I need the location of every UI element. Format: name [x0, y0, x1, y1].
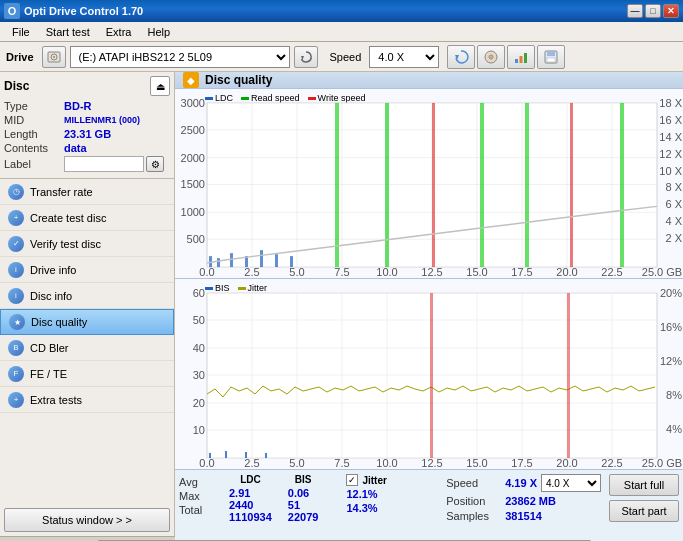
svg-rect-72: [570, 103, 573, 267]
app-icon: O: [4, 3, 20, 19]
drive-icon-btn[interactable]: [42, 46, 66, 68]
disc-icon[interactable]: [477, 45, 505, 69]
speed-select[interactable]: 4.0 X: [369, 46, 439, 68]
disc-label-input[interactable]: [64, 156, 144, 172]
svg-text:12.5: 12.5: [421, 266, 442, 278]
total-ldc-val: 1110934: [229, 511, 272, 523]
nav-verify-test-disc[interactable]: ✓ Verify test disc: [0, 231, 174, 257]
disc-label-btn[interactable]: ⚙: [146, 156, 164, 172]
disc-header-title: Disc: [4, 79, 29, 93]
nav-disc-quality[interactable]: ★ Disc quality: [0, 309, 174, 335]
svg-text:4 X: 4 X: [665, 215, 682, 227]
svg-rect-67: [385, 103, 389, 267]
svg-text:50: 50: [193, 314, 205, 326]
disc-info-icon: i: [8, 288, 24, 304]
disc-contents-row: Contents data: [4, 142, 170, 154]
svg-rect-68: [480, 103, 484, 267]
svg-rect-8: [515, 59, 518, 63]
chart-bottom-svg: 60 50 40 30 20 10 20% 16% 12% 8% 4% 0.0 …: [175, 279, 683, 469]
speed-label: Speed: [446, 477, 501, 489]
nav-items: ◷ Transfer rate + Create test disc ✓ Ver…: [0, 179, 174, 504]
disc-length-value: 23.31 GB: [64, 128, 111, 140]
svg-text:17.5: 17.5: [511, 457, 532, 469]
refresh-icon[interactable]: [447, 45, 475, 69]
drive-refresh-btn[interactable]: [294, 46, 318, 68]
disc-length-row: Length 23.31 GB: [4, 128, 170, 140]
svg-text:20.0: 20.0: [556, 457, 577, 469]
svg-text:12.5: 12.5: [421, 457, 442, 469]
chart-top: LDC Read speed Write speed: [175, 89, 683, 279]
svg-text:10 X: 10 X: [659, 165, 682, 177]
nav-drive-info[interactable]: i Drive info: [0, 257, 174, 283]
svg-rect-12: [547, 51, 555, 56]
avg-jitter-row: 12.1%: [346, 488, 386, 500]
create-test-disc-icon: +: [8, 210, 24, 226]
cd-bler-icon: B: [8, 340, 24, 356]
svg-text:2500: 2500: [181, 124, 205, 136]
minimize-button[interactable]: —: [627, 4, 643, 18]
svg-rect-118: [245, 452, 247, 458]
svg-text:500: 500: [187, 233, 205, 245]
nav-cd-bler[interactable]: B CD Bler: [0, 335, 174, 361]
svg-text:25.0 GB: 25.0 GB: [642, 457, 682, 469]
menu-extra[interactable]: Extra: [98, 24, 140, 40]
chart-top-svg: 3000 2500 2000 1500 1000 500 18 X 16 X 1…: [175, 89, 683, 278]
save-icon[interactable]: [537, 45, 565, 69]
nav-disc-info[interactable]: i Disc info: [0, 283, 174, 309]
max-jitter-val: 14.3%: [346, 502, 377, 514]
menu-start-test[interactable]: Start test: [38, 24, 98, 40]
stats-avg-row: Avg: [179, 476, 209, 488]
position-val: 23862 MB: [505, 495, 556, 507]
stats-area: Avg Max Total LDC: [175, 469, 683, 541]
svg-text:5.0: 5.0: [289, 457, 304, 469]
jitter-checkbox[interactable]: ✓: [346, 474, 358, 486]
drive-select[interactable]: (E:) ATAPI iHBS212 2 5L09: [70, 46, 290, 68]
chart-bottom: BIS Jitter: [175, 279, 683, 469]
nav-extra-tests[interactable]: + Extra tests: [0, 387, 174, 413]
start-part-button[interactable]: Start part: [609, 500, 679, 522]
speed-select2[interactable]: 4.0 X: [541, 474, 601, 492]
window-controls: — □ ✕: [627, 4, 679, 18]
disc-contents-label: Contents: [4, 142, 64, 154]
samples-row: Samples 381514: [446, 510, 601, 522]
disc-eject-icon[interactable]: ⏏: [150, 76, 170, 96]
svg-rect-10: [524, 53, 527, 63]
close-button[interactable]: ✕: [663, 4, 679, 18]
nav-transfer-rate[interactable]: ◷ Transfer rate: [0, 179, 174, 205]
drive-label: Drive: [6, 51, 34, 63]
svg-text:3000: 3000: [181, 97, 205, 109]
speed-label: Speed: [330, 51, 362, 63]
svg-text:10.0: 10.0: [376, 266, 397, 278]
verify-test-disc-icon: ✓: [8, 236, 24, 252]
stats-jitter-col: ✓ Jitter 12.1% 14.3%: [346, 474, 386, 541]
samples-val: 381514: [505, 510, 542, 522]
svg-text:2.5: 2.5: [244, 266, 259, 278]
menu-help[interactable]: Help: [139, 24, 178, 40]
left-panel: Disc ⏏ Type BD-R MID MILLENMR1 (000) Len…: [0, 72, 175, 536]
svg-text:25.0 GB: 25.0 GB: [642, 266, 682, 278]
svg-rect-63: [260, 250, 263, 267]
svg-rect-66: [335, 103, 339, 267]
disc-quality-icon: ★: [9, 314, 25, 330]
svg-text:10: 10: [193, 424, 205, 436]
svg-rect-115: [567, 293, 570, 458]
menu-file[interactable]: File: [4, 24, 38, 40]
disc-mid-value: MILLENMR1 (000): [64, 115, 140, 125]
start-full-button[interactable]: Start full: [609, 474, 679, 496]
disc-label-row: Label ⚙: [4, 156, 170, 172]
svg-text:2.5: 2.5: [244, 457, 259, 469]
chart-title: Disc quality: [205, 73, 272, 87]
svg-text:7.5: 7.5: [334, 457, 349, 469]
max-ldc-row: 2440: [229, 499, 272, 511]
svg-text:4%: 4%: [666, 423, 682, 435]
drive-info-icon: i: [8, 262, 24, 278]
nav-create-test-disc[interactable]: + Create test disc: [0, 205, 174, 231]
chart-icon[interactable]: [507, 45, 535, 69]
svg-text:6 X: 6 X: [665, 198, 682, 210]
status-window-button[interactable]: Status window > >: [4, 508, 170, 532]
disc-contents-value: data: [64, 142, 87, 154]
main-content: Disc ⏏ Type BD-R MID MILLENMR1 (000) Len…: [0, 72, 683, 536]
svg-text:14 X: 14 X: [659, 131, 682, 143]
nav-fe-te[interactable]: F FE / TE: [0, 361, 174, 387]
maximize-button[interactable]: □: [645, 4, 661, 18]
